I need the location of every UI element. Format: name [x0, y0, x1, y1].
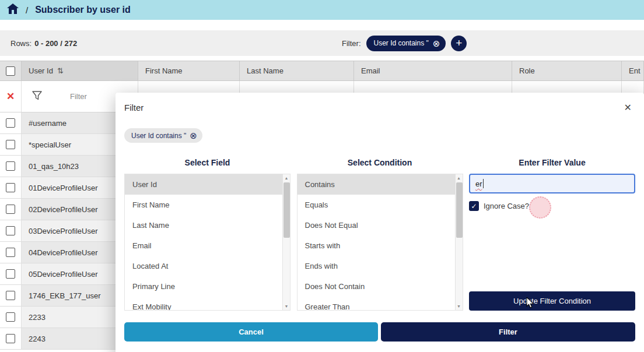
select-all-checkbox[interactable]: [6, 66, 15, 76]
funnel-icon[interactable]: [32, 91, 42, 103]
table-header-row: User Id ⇅ First Name Last Name Email Rol…: [0, 61, 644, 81]
clear-filter-icon[interactable]: ✕: [6, 90, 15, 103]
condition-scrollbar[interactable]: ▲ ▼: [455, 174, 463, 310]
row-checkbox-cell: [0, 328, 22, 350]
field-option[interactable]: User Id: [125, 174, 290, 195]
select-condition-column: Select Condition Contains Equals Does No…: [297, 158, 463, 311]
filter-value-input[interactable]: er: [469, 174, 635, 193]
select-condition-header: Select Condition: [297, 158, 463, 167]
condition-option[interactable]: Starts with: [298, 235, 463, 256]
row-checkbox-cell: [0, 263, 22, 285]
row-checkbox[interactable]: [6, 226, 15, 235]
active-filter-chip-text: User Id contains ": [374, 39, 429, 47]
toolbar: Rows: 0 - 200 / 272 Filter: User Id cont…: [0, 30, 644, 56]
add-filter-button[interactable]: +: [451, 36, 467, 51]
field-option[interactable]: Email: [125, 235, 290, 256]
check-icon: ✓: [471, 202, 477, 210]
rows-count-label: Rows:: [10, 39, 32, 48]
text-caret: [483, 179, 484, 188]
row-checkbox-cell: [0, 199, 22, 220]
row-checkbox[interactable]: [6, 269, 15, 279]
filter-button[interactable]: Filter: [381, 322, 635, 342]
field-option[interactable]: Ext Mobility: [125, 297, 290, 311]
active-filter-area: Filter: User Id contains " ⊗ +: [342, 30, 467, 56]
filter-value-header: Enter Filter Value: [469, 158, 635, 167]
condition-option[interactable]: Does Not Equal: [298, 215, 463, 235]
home-icon[interactable]: [7, 3, 19, 16]
clear-filter-cell: ✕: [0, 81, 22, 112]
modal-filter-chip-text: User Id contains ": [131, 132, 186, 140]
row-checkbox-cell: [0, 112, 22, 134]
row-checkbox[interactable]: [6, 183, 15, 192]
field-listbox: User Id First Name Last Name Email Locat…: [124, 174, 290, 311]
filter-label: Filter:: [342, 39, 361, 48]
row-checkbox[interactable]: [6, 161, 15, 171]
row-checkbox-cell: [0, 134, 22, 156]
sort-icon[interactable]: ⇅: [57, 66, 64, 75]
row-checkbox[interactable]: [6, 205, 15, 214]
condition-option[interactable]: Does Not Contain: [298, 276, 463, 297]
row-checkbox[interactable]: [6, 140, 15, 149]
row-checkbox-cell: [0, 285, 22, 307]
scroll-up-icon[interactable]: ▲: [283, 174, 290, 182]
row-checkbox-cell: [0, 156, 22, 177]
click-indicator: [529, 196, 551, 219]
row-checkbox-cell: [0, 242, 22, 263]
condition-option[interactable]: Equals: [298, 195, 463, 215]
active-filter-chip[interactable]: User Id contains " ⊗: [366, 36, 446, 51]
condition-listbox: Contains Equals Does Not Equal Starts wi…: [297, 174, 463, 311]
modal-title: Filter: [124, 103, 144, 112]
update-filter-condition-button[interactable]: Update Filter Condition: [469, 291, 635, 311]
filter-value-column: Enter Filter Value er ✓ Ignore Case? Upd…: [469, 158, 635, 311]
filter-value-text: er: [475, 179, 482, 188]
column-header-email[interactable]: Email: [354, 61, 512, 81]
row-checkbox[interactable]: [6, 312, 15, 322]
remove-chip-icon[interactable]: ⊗: [190, 131, 197, 140]
condition-option[interactable]: Greater Than: [298, 297, 463, 311]
modal-filter-chip[interactable]: User Id contains " ⊗: [124, 128, 202, 143]
column-header-user-id-label: User Id: [29, 66, 53, 75]
field-option[interactable]: Primary Line: [125, 276, 290, 297]
row-checkbox-cell: [0, 220, 22, 242]
top-header-bar: / Subscriber by user id: [0, 0, 644, 20]
row-checkbox[interactable]: [6, 291, 15, 300]
scroll-down-icon[interactable]: ▼: [456, 302, 463, 310]
filter-modal: Filter ✕ User Id contains " ⊗ Select Fie…: [116, 93, 644, 352]
column-filter-input[interactable]: Filter: [70, 92, 87, 101]
column-header-enterprise[interactable]: Ent: [622, 61, 644, 81]
column-header-first-name[interactable]: First Name: [138, 61, 240, 81]
rows-count-value: 0 - 200 / 272: [34, 39, 77, 48]
row-checkbox[interactable]: [6, 118, 15, 128]
remove-filter-icon[interactable]: ⊗: [433, 39, 440, 48]
scroll-up-icon[interactable]: ▲: [456, 174, 463, 182]
scroll-down-icon[interactable]: ▼: [283, 302, 290, 310]
select-all-cell: [0, 61, 22, 81]
field-option[interactable]: First Name: [125, 195, 290, 215]
ignore-case-row: ✓ Ignore Case?: [469, 201, 635, 211]
column-header-role[interactable]: Role: [512, 61, 622, 81]
cancel-button[interactable]: Cancel: [124, 322, 378, 342]
scrollbar-thumb[interactable]: [284, 182, 290, 238]
column-header-last-name[interactable]: Last Name: [240, 61, 354, 81]
condition-option[interactable]: Ends with: [298, 256, 463, 276]
field-option[interactable]: Last Name: [125, 215, 290, 235]
row-checkbox-cell: [0, 307, 22, 328]
row-checkbox-cell: [0, 177, 22, 199]
ignore-case-checkbox[interactable]: ✓: [469, 201, 479, 211]
page-title: Subscriber by user id: [35, 5, 131, 15]
ignore-case-label: Ignore Case?: [484, 202, 529, 210]
select-field-column: Select Field User Id First Name Last Nam…: [124, 158, 290, 311]
select-field-header: Select Field: [124, 158, 290, 167]
field-scrollbar[interactable]: ▲ ▼: [282, 174, 290, 310]
row-checkbox[interactable]: [6, 334, 15, 343]
breadcrumb-separator: /: [26, 5, 28, 15]
column-header-user-id[interactable]: User Id ⇅: [22, 61, 138, 81]
close-icon[interactable]: ✕: [624, 102, 632, 113]
condition-option[interactable]: Contains: [298, 174, 463, 195]
row-checkbox[interactable]: [6, 248, 15, 257]
field-option[interactable]: Located At: [125, 256, 290, 276]
scrollbar-thumb[interactable]: [456, 182, 463, 238]
